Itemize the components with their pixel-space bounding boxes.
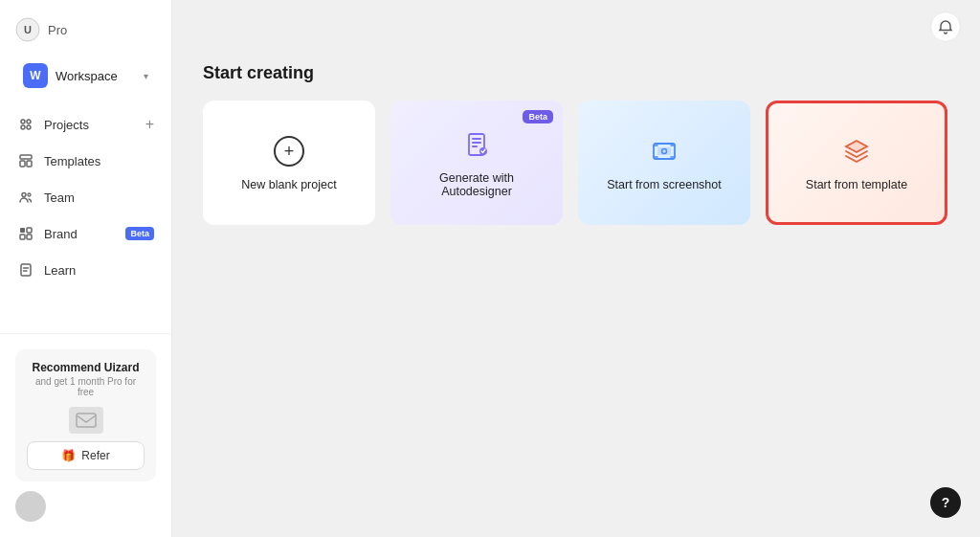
svg-rect-6 <box>20 155 32 159</box>
svg-rect-21 <box>472 142 481 144</box>
layers-icon <box>839 134 874 168</box>
main-content: Start creating + New blank project Beta <box>172 0 980 537</box>
svg-point-9 <box>22 193 26 197</box>
uizard-logo-icon: U <box>15 17 40 42</box>
svg-rect-15 <box>21 264 31 276</box>
svg-rect-7 <box>20 161 25 167</box>
sidebar: U Pro W Workspace ▾ Projects + Templates <box>0 0 172 537</box>
notifications-button[interactable] <box>930 11 961 42</box>
svg-text:U: U <box>24 24 32 35</box>
projects-add-icon[interactable]: + <box>145 116 154 133</box>
plus-icon: + <box>272 134 306 168</box>
autodesigner-label: Generate with Autodesigner <box>410 171 544 198</box>
brand-label: Brand <box>44 227 116 241</box>
screenshot-label: Start from screenshot <box>607 178 722 191</box>
recommend-subtitle: and get 1 month Pro for free <box>27 376 145 397</box>
projects-icon <box>17 116 34 133</box>
sidebar-nav: Projects + Templates Team Brand Beta <box>0 100 171 333</box>
autodesigner-icon <box>459 127 494 162</box>
workspace-label: Workspace <box>56 69 136 83</box>
recommend-title: Recommend Uizard <box>27 361 145 374</box>
help-button[interactable]: ? <box>930 487 961 518</box>
user-avatar[interactable] <box>15 491 46 522</box>
gift-icon: 🎁 <box>61 449 76 462</box>
svg-point-4 <box>21 125 25 129</box>
team-icon <box>17 189 34 206</box>
blank-project-card[interactable]: + New blank project <box>203 101 375 225</box>
workspace-selector[interactable]: W Workspace ▾ <box>8 56 164 96</box>
workspace-avatar: W <box>23 63 48 88</box>
envelope-icon <box>69 407 103 434</box>
learn-icon <box>17 261 34 279</box>
svg-rect-11 <box>20 228 25 233</box>
section-title: Start creating <box>203 63 949 83</box>
svg-point-2 <box>21 120 25 123</box>
screenshot-icon <box>647 134 681 168</box>
svg-point-3 <box>27 120 31 123</box>
templates-label: Templates <box>44 154 154 168</box>
sidebar-bottom: Recommend Uizard and get 1 month Pro for… <box>0 333 171 537</box>
refer-label: Refer <box>81 449 109 462</box>
svg-rect-14 <box>27 235 32 239</box>
main-area: Start creating + New blank project Beta <box>172 54 980 537</box>
help-label: ? <box>942 495 950 510</box>
svg-rect-8 <box>27 161 32 167</box>
sidebar-item-team[interactable]: Team <box>8 180 164 214</box>
brand-icon <box>17 225 34 242</box>
recommend-card: Recommend Uizard and get 1 month Pro for… <box>15 349 156 481</box>
chevron-down-icon: ▾ <box>144 71 148 81</box>
svg-point-5 <box>27 125 31 129</box>
template-label: Start from template <box>806 178 907 191</box>
svg-rect-20 <box>472 138 481 140</box>
svg-rect-22 <box>472 145 478 147</box>
svg-rect-18 <box>77 414 96 427</box>
template-card[interactable]: Start from template <box>766 101 947 225</box>
refer-button[interactable]: 🎁 Refer <box>27 441 145 470</box>
main-header <box>172 0 980 54</box>
brand-beta-badge: Beta <box>125 227 154 240</box>
svg-rect-13 <box>20 235 25 239</box>
autodesigner-card[interactable]: Beta Generate with Autodesigner <box>390 101 563 225</box>
screenshot-card[interactable]: Start from screenshot <box>578 101 750 225</box>
sidebar-item-templates[interactable]: Templates <box>8 144 164 178</box>
svg-rect-12 <box>27 228 32 233</box>
learn-label: Learn <box>44 263 154 278</box>
sidebar-logo: U Pro <box>0 0 171 56</box>
blank-project-label: New blank project <box>241 178 336 191</box>
sidebar-item-brand[interactable]: Brand Beta <box>8 216 164 251</box>
cards-row: + New blank project Beta Ge <box>203 101 949 225</box>
svg-point-10 <box>28 193 31 196</box>
projects-label: Projects <box>44 118 136 132</box>
logo-text: Pro <box>48 23 67 37</box>
team-label: Team <box>44 190 154 205</box>
sidebar-item-projects[interactable]: Projects + <box>8 107 164 142</box>
autodesigner-beta-badge: Beta <box>523 110 553 123</box>
sidebar-item-learn[interactable]: Learn <box>8 253 164 287</box>
templates-icon <box>17 152 34 169</box>
